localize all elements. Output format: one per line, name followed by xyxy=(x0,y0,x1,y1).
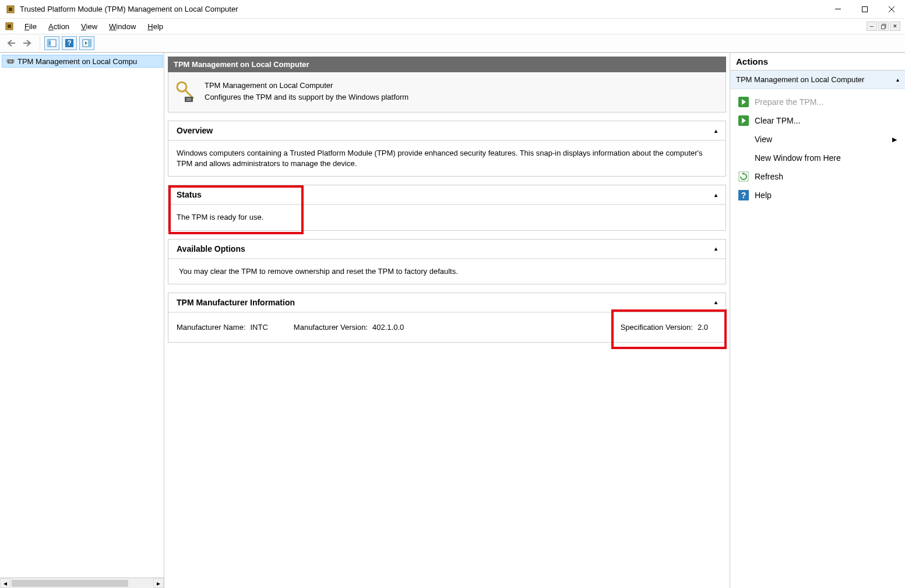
help-button[interactable]: ? xyxy=(62,36,77,50)
content-intro: TPM Management on Local Computer Configu… xyxy=(168,72,726,112)
manufacturer-version: Manufacturer Version: 402.1.0.0 xyxy=(294,322,404,333)
action-view[interactable]: View ▶ xyxy=(731,130,904,149)
action-label: New Window from Here xyxy=(755,153,841,163)
svg-rect-13 xyxy=(49,44,51,44)
maximize-button[interactable] xyxy=(851,0,878,18)
section-status-body: The TPM is ready for use. xyxy=(168,205,726,230)
menu-action[interactable]: Action xyxy=(43,20,75,33)
close-button[interactable] xyxy=(878,0,905,18)
actions-subheader[interactable]: TPM Management on Local Computer ▴ xyxy=(730,71,905,89)
content-pane: TPM Management on Local Computer TPM Man… xyxy=(164,53,730,588)
arrow-right-green-icon xyxy=(738,97,749,107)
menu-file[interactable]: File xyxy=(19,20,43,33)
arrow-right-green-icon xyxy=(738,115,749,126)
tree-pane: TPM Management on Local Compu ◂ ▸ xyxy=(0,53,164,588)
svg-rect-12 xyxy=(49,42,51,43)
workspace: TPM Management on Local Compu ◂ ▸ TPM Ma… xyxy=(0,52,905,588)
tree: TPM Management on Local Compu xyxy=(0,53,164,578)
actions-subheader-label: TPM Management on Local Computer xyxy=(736,75,864,84)
tpm-app-icon xyxy=(6,5,15,14)
tree-item-tpm-root[interactable]: TPM Management on Local Compu xyxy=(2,55,163,68)
menu-view[interactable]: View xyxy=(75,20,103,33)
tpm-chip-icon xyxy=(6,57,15,66)
specification-version-label: Specification Version: xyxy=(621,322,693,333)
intro-desc: Configures the TPM and its support by th… xyxy=(205,92,409,103)
menu-window[interactable]: Window xyxy=(103,20,142,33)
action-label: View xyxy=(755,135,772,144)
section-overview: Overview ▴ Windows computers containing … xyxy=(168,121,726,177)
section-overview-body: Windows computers containing a Trusted P… xyxy=(168,140,726,176)
menubar-app-icon xyxy=(5,22,14,31)
section-options-body: You may clear the TPM to remove ownershi… xyxy=(168,259,726,284)
collapse-icon: ▴ xyxy=(714,128,717,134)
svg-rect-1 xyxy=(9,8,12,11)
scroll-right-button[interactable]: ▸ xyxy=(153,578,164,588)
svg-rect-20 xyxy=(9,61,12,62)
actions-pane: Actions TPM Management on Local Computer… xyxy=(730,53,905,588)
action-label: Prepare the TPM... xyxy=(755,97,823,107)
blank-icon xyxy=(738,134,749,145)
mdi-close-button[interactable]: ✕ xyxy=(890,22,900,31)
collapse-icon: ▴ xyxy=(896,76,899,83)
mdi-controls: ─ ✕ xyxy=(867,22,900,31)
section-overview-header[interactable]: Overview ▴ xyxy=(168,121,726,140)
collapse-icon: ▴ xyxy=(714,299,717,305)
specification-version: Specification Version: 2.0 xyxy=(621,322,717,333)
nav-forward-button[interactable] xyxy=(21,36,36,50)
menubar: File Action View Window Help File Action… xyxy=(0,19,905,34)
svg-rect-17 xyxy=(88,40,91,47)
svg-rect-9 xyxy=(881,25,885,29)
svg-rect-27 xyxy=(186,98,191,101)
actions-list: Prepare the TPM... Clear TPM... View ▶ N… xyxy=(730,89,905,208)
specification-version-value: 2.0 xyxy=(698,322,708,333)
manufacturer-version-label: Manufacturer Version: xyxy=(294,322,368,333)
section-manufacturer-header[interactable]: TPM Manufacturer Information ▴ xyxy=(168,293,726,312)
manufacturer-name: Manufacturer Name: INTC xyxy=(177,322,268,333)
manufacturer-name-value: INTC xyxy=(251,322,268,333)
section-options: Available Options ▴ You may clear the TP… xyxy=(168,239,726,284)
section-status-title: Status xyxy=(177,190,202,199)
section-status-header[interactable]: Status ▴ xyxy=(168,185,726,205)
scroll-left-button[interactable]: ◂ xyxy=(0,578,10,588)
action-refresh[interactable]: Refresh xyxy=(731,167,904,186)
window-controls xyxy=(825,0,905,18)
manufacturer-row: Manufacturer Name: INTC Manufacturer Ver… xyxy=(177,320,717,335)
section-manufacturer-title: TPM Manufacturer Information xyxy=(177,298,295,307)
refresh-icon xyxy=(738,171,749,182)
section-options-title: Available Options xyxy=(177,244,245,253)
window-title: Trusted Platform Module (TPM) Management… xyxy=(20,5,825,13)
window-titlebar: Trusted Platform Module (TPM) Management… xyxy=(0,0,905,19)
action-help[interactable]: ? Help xyxy=(731,186,904,205)
section-status: Status ▴ The TPM is ready for use. xyxy=(168,185,726,230)
mdi-minimize-button[interactable]: ─ xyxy=(867,22,877,31)
show-hide-tree-button[interactable] xyxy=(44,36,59,50)
actions-header: Actions xyxy=(730,53,905,71)
collapse-icon: ▴ xyxy=(714,192,717,198)
action-label: Clear TPM... xyxy=(755,116,800,125)
manufacturer-version-value: 402.1.0.0 xyxy=(372,322,404,333)
section-options-header[interactable]: Available Options ▴ xyxy=(168,240,726,259)
action-prepare-tpm[interactable]: Prepare the TPM... xyxy=(731,93,904,111)
section-manufacturer-body: Manufacturer Name: INTC Manufacturer Ver… xyxy=(168,312,726,342)
action-label: Help xyxy=(755,191,772,200)
show-hide-actions-button[interactable] xyxy=(79,36,94,50)
toolbar-separator xyxy=(40,36,41,50)
key-chip-icon xyxy=(175,80,196,104)
tree-hscrollbar[interactable]: ◂ ▸ xyxy=(0,578,164,588)
svg-rect-2 xyxy=(835,9,841,9)
nav-back-button[interactable] xyxy=(3,36,19,50)
minimize-button[interactable] xyxy=(825,0,851,18)
mdi-restore-button[interactable] xyxy=(878,22,889,31)
action-new-window[interactable]: New Window from Here xyxy=(731,149,904,167)
intro-text: TPM Management on Local Computer Configu… xyxy=(205,80,409,102)
action-label: Refresh xyxy=(755,172,783,181)
menu-help[interactable]: Help xyxy=(142,20,169,33)
svg-rect-3 xyxy=(862,6,868,12)
svg-text:?: ? xyxy=(741,191,746,200)
section-overview-title: Overview xyxy=(177,126,213,135)
intro-title: TPM Management on Local Computer xyxy=(205,80,409,91)
svg-rect-7 xyxy=(8,24,11,28)
section-manufacturer: TPM Manufacturer Information ▴ Manufactu… xyxy=(168,293,726,343)
action-clear-tpm[interactable]: Clear TPM... xyxy=(731,111,904,130)
scroll-thumb[interactable] xyxy=(12,580,128,587)
